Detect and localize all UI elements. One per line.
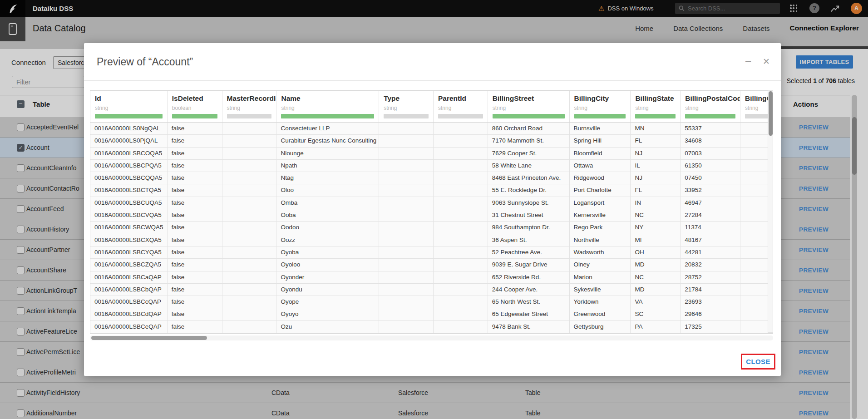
column-header-ParentId: ParentIdstring <box>434 91 488 122</box>
cell-MasterRecordId <box>222 172 277 184</box>
cell-MasterRecordId <box>222 184 277 196</box>
minimize-icon[interactable]: – <box>743 57 753 67</box>
table-vertical-thumb[interactable] <box>769 91 773 136</box>
column-name: BillingState <box>635 94 676 103</box>
cell-BillingCity: Ridgewood <box>570 172 631 184</box>
cell-BillingCity: Greenwood <box>570 308 631 320</box>
column-name: BillingCity <box>574 94 626 103</box>
table-row: 0016A00000LSBCZQA5falseOyoloo9039 E. Sug… <box>90 259 773 271</box>
preview-modal: Preview of “Account” – ✕ IdstringIsDelet… <box>84 43 781 376</box>
cell-Name: Curabitur Egestas Nunc Consulting <box>276 135 379 147</box>
cell-MasterRecordId <box>222 284 277 296</box>
column-meter <box>227 114 272 118</box>
cell-BillingCity: Gettysburg <box>570 321 631 333</box>
close-icon[interactable]: ✕ <box>761 57 771 67</box>
cell-MasterRecordId <box>222 321 277 333</box>
cell-BillingPostalCode: 46947 <box>681 197 740 209</box>
column-header-BillingCity: BillingCitystring <box>570 91 631 122</box>
table-row: 0016A00000LS0NgQALfalseConsectetuer LLP8… <box>90 123 773 135</box>
table-horizontal-thumb[interactable] <box>91 336 207 340</box>
column-header-BillingState: BillingStatestring <box>631 91 681 122</box>
cell-BillingCity: Spring Hill <box>570 135 631 147</box>
column-header-Name: Namestring <box>276 91 379 122</box>
table-horizontal-scrollbar[interactable] <box>90 335 773 340</box>
cell-IsDeleted: false <box>168 209 222 221</box>
column-type: string <box>438 105 483 111</box>
cell-ParentId <box>434 172 488 184</box>
cell-Id: 0016A00000LSBCYQA5 <box>90 246 168 258</box>
cell-BillingStreet: 31 Chestnut Street <box>488 209 570 221</box>
cell-BillingState: NY <box>631 222 681 233</box>
cell-Id: 0016A00000LSBCbQAP <box>90 284 168 296</box>
cell-BillingPostalCode: 44281 <box>681 246 740 258</box>
cell-BillingPostalCode: 11374 <box>681 222 740 233</box>
cell-BillingStreet: 984 Southampton Dr. <box>488 222 570 233</box>
cell-BillingState: NJ <box>631 172 681 184</box>
cell-BillingPostalCode: 07003 <box>681 148 740 159</box>
table-vertical-scrollbar[interactable] <box>768 90 773 333</box>
column-header-Type: Typestring <box>379 91 434 122</box>
cell-Type <box>379 284 434 296</box>
cell-BillingPostalCode: 48167 <box>681 234 740 246</box>
cell-Type <box>379 209 434 221</box>
cell-BillingStreet: 7629 Cooper St. <box>488 148 570 159</box>
column-name: ParentId <box>438 94 483 103</box>
cell-Id: 0016A00000LSBCVQA5 <box>90 209 168 221</box>
column-header-BillingStreet: BillingStreetstring <box>488 91 570 122</box>
cell-MasterRecordId <box>222 296 277 308</box>
cell-ParentId <box>434 234 488 246</box>
cell-BillingPostalCode: 27284 <box>681 209 740 221</box>
column-name: Type <box>384 94 429 103</box>
cell-BillingState: NC <box>631 271 681 283</box>
cell-Type <box>379 271 434 283</box>
cell-Name: Nlounge <box>276 148 379 159</box>
column-type: string <box>384 105 429 111</box>
cell-BillingCity: Wadsworth <box>570 246 631 258</box>
cell-Id: 0016A00000LSBCWQA5 <box>90 222 168 233</box>
cell-ParentId <box>434 271 488 283</box>
cell-Id: 0016A00000LSBCUQA5 <box>90 197 168 209</box>
table-row: 0016A00000LSBCdQAPfalseOyoyo65 Edgewater… <box>90 308 773 320</box>
close-button[interactable]: CLOSE <box>746 358 770 365</box>
column-meter <box>384 114 429 118</box>
table-row: 0016A00000LSBCbQAPfalseOyondu244 Cooper … <box>90 284 773 296</box>
cell-Name: Ooba <box>276 209 379 221</box>
cell-Type <box>379 246 434 258</box>
cell-BillingCity: Yorktown <box>570 296 631 308</box>
cell-Name: Ozu <box>276 321 379 333</box>
modal-title: Preview of “Account” <box>97 56 193 68</box>
column-header-MasterRecordId: MasterRecordIdstring <box>222 91 277 122</box>
cell-BillingStreet: 52 Peachtree Ave. <box>488 246 570 258</box>
cell-IsDeleted: false <box>168 308 222 320</box>
cell-BillingState: MN <box>631 123 681 134</box>
cell-BillingStreet: 55 E. Rockledge Dr. <box>488 184 570 196</box>
cell-ParentId <box>434 246 488 258</box>
cell-Name: Oyonder <box>276 271 379 283</box>
cell-Name: Npath <box>276 160 379 172</box>
cell-BillingStreet: 9063 Sunnyslope St. <box>488 197 570 209</box>
column-type: string <box>493 105 565 111</box>
column-meter <box>493 114 565 118</box>
column-meter <box>95 114 163 118</box>
cell-MasterRecordId <box>222 308 277 320</box>
cell-Type <box>379 135 434 147</box>
cell-Type <box>379 234 434 246</box>
table-row: 0016A00000LSBCVQA5falseOoba31 Chestnut S… <box>90 209 773 222</box>
cell-BillingState: NC <box>631 209 681 221</box>
cell-BillingStreet: 36 Aspen St. <box>488 234 570 246</box>
cell-Type <box>379 184 434 196</box>
cell-BillingPostalCode: 29646 <box>681 308 740 320</box>
column-meter <box>172 114 217 118</box>
cell-ParentId <box>434 284 488 296</box>
cell-IsDeleted: false <box>168 271 222 283</box>
column-name: BillingPostalCode <box>685 94 735 103</box>
column-type: string <box>227 105 272 111</box>
column-meter <box>438 114 483 118</box>
cell-BillingCity: Ottawa <box>570 160 631 172</box>
cell-BillingCity: Sykesville <box>570 284 631 296</box>
cell-IsDeleted: false <box>168 172 222 184</box>
cell-ParentId <box>434 184 488 196</box>
cell-Type <box>379 259 434 271</box>
cell-MasterRecordId <box>222 148 277 159</box>
modal-divider <box>84 80 781 81</box>
